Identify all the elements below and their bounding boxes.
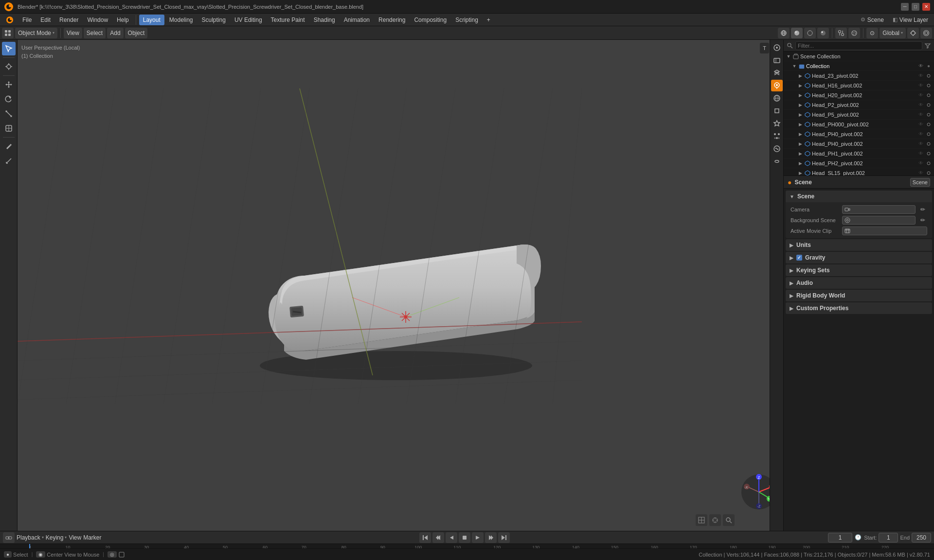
prop-tab-render[interactable] <box>771 42 783 53</box>
object-sel-icon-1[interactable] <box>925 82 932 89</box>
object-expand-10[interactable]: ▶ <box>797 170 803 176</box>
menu-sculpting[interactable]: Sculpting <box>198 15 230 25</box>
play-button[interactable] <box>472 532 484 543</box>
outliner-object-row[interactable]: ▶ Head_PH1_pivot.002 👁 <box>784 149 934 158</box>
xray-toggle[interactable] <box>848 28 860 38</box>
scene-section-header[interactable]: ▼ Scene <box>786 191 932 202</box>
play-first-frame-button[interactable] <box>419 532 431 543</box>
maximize-button[interactable]: □ <box>912 3 919 11</box>
object-expand-4[interactable]: ▶ <box>797 112 803 118</box>
tool-scale[interactable] <box>2 107 16 121</box>
active-movie-clip-value[interactable] <box>842 227 927 235</box>
object-sel-icon-5[interactable] <box>925 121 932 128</box>
minimize-button[interactable]: ─ <box>901 3 909 11</box>
menu-rendering[interactable]: Rendering <box>375 15 409 25</box>
object-expand-5[interactable]: ▶ <box>797 122 803 127</box>
outliner-filter-icon[interactable] <box>924 42 931 49</box>
outliner-object-row[interactable]: ▶ Head_PH0_pivot.002 👁 <box>784 139 934 149</box>
outliner-object-row[interactable]: ▶ Head_P2_pivot.002 👁 <box>784 100 934 110</box>
outliner-object-row[interactable]: ▶ Head_PH0_pivot.002 👁 <box>784 129 934 139</box>
object-expand-8[interactable]: ▶ <box>797 151 803 157</box>
view-label[interactable]: View <box>69 534 81 541</box>
object-menu[interactable]: Object <box>125 28 148 38</box>
collection-expand[interactable]: ▼ <box>791 63 797 69</box>
tool-transform[interactable] <box>2 122 16 135</box>
keying-sets-header[interactable]: ▶ Keying Sets <box>786 264 932 276</box>
menu-blender[interactable] <box>2 15 18 25</box>
menu-animation[interactable]: Animation <box>340 15 374 25</box>
object-sel-icon-2[interactable] <box>925 92 932 99</box>
outliner-object-row[interactable]: ▶ Head_PH2_pivot.002 👁 <box>784 158 934 168</box>
scene-collection-row[interactable]: ▼ Scene Collection <box>784 52 934 61</box>
custom-properties-header[interactable]: ▶ Custom Properties <box>786 302 932 314</box>
object-expand-6[interactable]: ▶ <box>797 131 803 137</box>
object-expand-2[interactable]: ▶ <box>797 92 803 98</box>
menu-edit[interactable]: Edit <box>36 15 54 25</box>
object-vis-icon-10[interactable]: 👁 <box>917 170 924 176</box>
current-frame-field[interactable]: 1 <box>828 533 852 542</box>
start-frame-field[interactable]: 1 <box>879 533 898 542</box>
bg-scene-edit-icon[interactable]: ✏ <box>918 216 927 225</box>
keying-label[interactable]: Keying <box>46 534 64 541</box>
prop-tab-object[interactable] <box>771 105 783 117</box>
viewport-shading-wire[interactable] <box>778 28 790 38</box>
outliner-object-row[interactable]: ▶ Head_P5_pivot.002 👁 <box>784 110 934 120</box>
outliner-search-input[interactable] <box>795 41 922 50</box>
transform-pivot-dropdown[interactable]: ⊙ <box>866 28 878 38</box>
prop-tab-modifiers[interactable] <box>771 118 783 129</box>
viewport-overlay-icon-grid[interactable] <box>696 514 707 526</box>
close-button[interactable]: ✕ <box>922 3 930 11</box>
scene-collection-expand[interactable]: ▼ <box>786 53 791 59</box>
menu-window[interactable]: Window <box>83 15 112 25</box>
object-vis-icon-2[interactable]: 👁 <box>917 92 924 99</box>
gravity-section-header[interactable]: ▶ ✓ Gravity <box>786 252 932 263</box>
timeline-editor-type[interactable] <box>3 532 15 543</box>
tool-cursor[interactable] <box>2 60 16 73</box>
menu-layout[interactable]: Layout <box>139 15 164 25</box>
object-vis-icon-8[interactable]: 👁 <box>917 150 924 157</box>
object-vis-icon-1[interactable]: 👁 <box>917 82 924 89</box>
playback-label[interactable]: Playback <box>17 534 40 541</box>
object-sel-icon-10[interactable] <box>925 170 932 176</box>
scene-selector[interactable]: ⚙ Scene <box>857 15 888 25</box>
snap-toggle[interactable] <box>907 28 919 38</box>
menu-shading[interactable]: Shading <box>310 15 339 25</box>
menu-modeling[interactable]: Modeling <box>165 15 197 25</box>
prop-tab-world[interactable] <box>771 92 783 104</box>
prop-tab-physics[interactable] <box>771 143 783 155</box>
prop-tab-output[interactable] <box>771 54 783 66</box>
play-reverse-button[interactable] <box>446 532 457 543</box>
viewport-shading-solid[interactable] <box>791 28 803 38</box>
overlay-toggle[interactable] <box>835 28 847 38</box>
menu-scripting[interactable]: Scripting <box>451 15 482 25</box>
prop-tab-scene[interactable] <box>771 80 783 91</box>
object-expand-0[interactable]: ▶ <box>797 73 803 79</box>
menu-compositing[interactable]: Compositing <box>410 15 450 25</box>
menu-help[interactable]: Help <box>113 15 133 25</box>
outliner-object-row[interactable]: ▶ Head_H20_pivot.002 👁 <box>784 90 934 100</box>
marker-label[interactable]: Marker <box>83 534 101 541</box>
object-sel-icon-8[interactable] <box>925 150 932 157</box>
play-last-frame-button[interactable] <box>498 532 510 543</box>
viewport-toolbar-toggle[interactable]: T <box>760 43 769 53</box>
audio-section-header[interactable]: ▶ Audio <box>786 277 932 289</box>
outliner-object-row[interactable]: ▶ Head_SL15_pivot.002 👁 <box>784 168 934 175</box>
object-expand-7[interactable]: ▶ <box>797 141 803 147</box>
object-sel-icon-0[interactable] <box>925 72 932 79</box>
collection-row[interactable]: ▼ Collection 👁 ● <box>784 61 934 71</box>
editor-type-button[interactable] <box>2 28 14 38</box>
object-vis-icon-4[interactable]: 👁 <box>917 111 924 118</box>
menu-file[interactable]: File <box>18 15 36 25</box>
rigid-body-world-header[interactable]: ▶ Rigid Body World <box>786 290 932 301</box>
prop-tab-constraints[interactable] <box>771 156 783 167</box>
viewport-overlay-icon-cursor[interactable] <box>709 514 721 526</box>
menu-add-workspace[interactable]: + <box>483 15 494 25</box>
viewport-overlay-icon-search[interactable] <box>723 514 735 526</box>
viewport-shading-material[interactable] <box>804 28 816 38</box>
object-sel-icon-3[interactable] <box>925 102 932 108</box>
prop-tab-view-layer[interactable] <box>771 67 783 79</box>
tool-rotate[interactable] <box>2 92 16 106</box>
object-expand-3[interactable]: ▶ <box>797 102 803 108</box>
prop-tab-particles[interactable] <box>771 130 783 142</box>
play-previous-keyframe-button[interactable] <box>432 532 444 543</box>
